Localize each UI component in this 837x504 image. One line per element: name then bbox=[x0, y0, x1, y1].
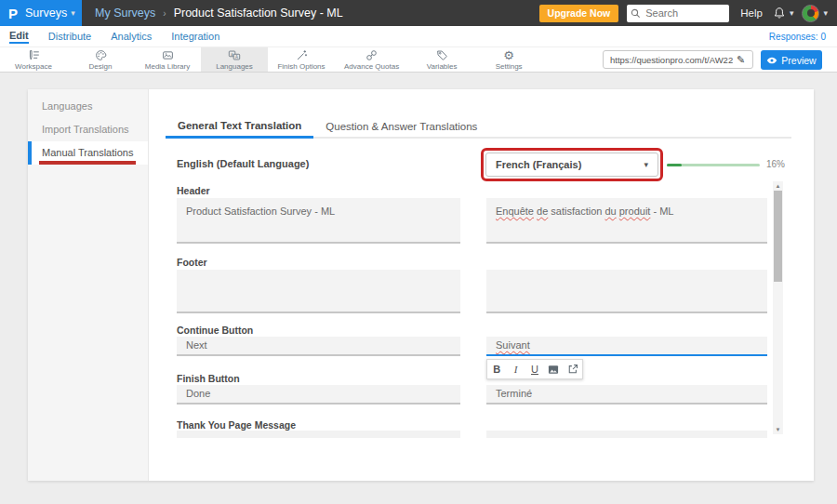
external-link-icon bbox=[567, 364, 578, 375]
breadcrumb-separator-icon: › bbox=[163, 8, 166, 19]
toolbar-item-languages[interactable]: aA Languages bbox=[201, 47, 268, 72]
design-palette-icon bbox=[95, 49, 107, 61]
nav-tab-distribute[interactable]: Distribute bbox=[48, 31, 91, 42]
topbar-actions: Upgrade Now Help ▾ ▾ bbox=[539, 5, 837, 22]
preview-button[interactable]: Preview bbox=[761, 50, 822, 70]
media-library-icon bbox=[162, 49, 174, 61]
nav-tab-integration[interactable]: Integration bbox=[171, 31, 219, 42]
surveys-menu-label: Surveys bbox=[25, 7, 67, 20]
footer-french-textarea[interactable] bbox=[486, 270, 767, 313]
fields-scrollbar[interactable]: ▲ ▼ bbox=[773, 181, 783, 434]
nav-tab-analytics[interactable]: Analytics bbox=[111, 31, 152, 42]
rich-text-toolbar: B I U bbox=[486, 359, 583, 379]
italic-button[interactable]: I bbox=[508, 361, 525, 378]
breadcrumb-survey-title: Product Satisfaction Survey - ML bbox=[174, 7, 343, 20]
chain-links-icon bbox=[365, 49, 378, 61]
header-english-textarea[interactable]: Product Satisfaction Survey - ML bbox=[177, 198, 460, 244]
translations-sidebar: Languages Import Translations Manual Tra… bbox=[28, 89, 149, 481]
edit-url-pencil-icon[interactable]: ✎ bbox=[737, 54, 745, 66]
responses-count[interactable]: Responses: 0 bbox=[769, 32, 826, 42]
field-label-header: Header bbox=[177, 185, 210, 196]
global-search-box[interactable] bbox=[627, 5, 729, 22]
header-french-textarea[interactable]: Enquête de satisfaction du produit - ML bbox=[486, 198, 767, 244]
toolbar-item-media-library[interactable]: Media Library bbox=[134, 47, 201, 72]
survey-nav: Edit Distribute Analytics Integration Re… bbox=[0, 26, 837, 46]
default-language-label: English (Default Language) bbox=[177, 158, 309, 169]
toolbar-item-finish-options[interactable]: Finish Options bbox=[268, 47, 335, 72]
tab-question-answer-translations[interactable]: Question & Answer Translations bbox=[313, 115, 489, 137]
continue-french-input[interactable]: Suivant bbox=[486, 337, 767, 356]
field-label-footer: Footer bbox=[177, 257, 207, 268]
dropdown-caret-icon: ▾ bbox=[644, 160, 648, 169]
sidebar-item-languages[interactable]: Languages bbox=[28, 95, 148, 118]
finish-english-input[interactable]: Done bbox=[177, 385, 460, 405]
eye-icon bbox=[766, 57, 777, 64]
scrollbar-thumb[interactable] bbox=[774, 191, 782, 282]
thankyou-french-textarea[interactable] bbox=[486, 431, 767, 438]
field-label-continue-button: Continue Button bbox=[177, 325, 253, 336]
red-annotation-underline bbox=[39, 161, 136, 165]
image-icon bbox=[548, 365, 559, 375]
languages-translate-icon: aA bbox=[228, 49, 241, 61]
breadcrumb: My Surveys › Product Satisfaction Survey… bbox=[95, 7, 343, 20]
survey-url-box: ✎ bbox=[603, 50, 753, 69]
sidebar-item-manual-translations[interactable]: Manual Translations bbox=[28, 141, 148, 165]
upgrade-now-button[interactable]: Upgrade Now bbox=[539, 5, 619, 22]
search-icon bbox=[631, 8, 641, 19]
progress-fill bbox=[667, 164, 682, 166]
tag-icon bbox=[436, 49, 448, 61]
underline-button[interactable]: U bbox=[526, 361, 543, 378]
tab-general-text-translation[interactable]: General Text Translation bbox=[166, 115, 313, 139]
magic-wand-icon bbox=[296, 49, 308, 61]
workspace-icon bbox=[28, 49, 40, 61]
notifications-bell-icon[interactable] bbox=[773, 7, 786, 20]
chevron-down-icon[interactable]: ▾ bbox=[790, 8, 794, 18]
field-label-thank-you: Thank You Page Message bbox=[177, 419, 296, 431]
insert-link-button[interactable] bbox=[565, 361, 581, 378]
chevron-down-icon[interactable]: ▾ bbox=[823, 8, 828, 18]
finish-french-input[interactable]: Terminé bbox=[486, 385, 767, 405]
translation-tabs: General Text Translation Question & Answ… bbox=[166, 115, 791, 139]
topbar: P Surveys ▾ My Surveys › Product Satisfa… bbox=[0, 0, 837, 26]
translations-panel: Languages Import Translations Manual Tra… bbox=[28, 89, 814, 481]
svg-text:A: A bbox=[235, 55, 238, 60]
toolbar-item-settings[interactable]: ⚙ Settings bbox=[475, 47, 542, 72]
breadcrumb-my-surveys[interactable]: My Surveys bbox=[95, 7, 155, 20]
continue-english-input[interactable]: Next bbox=[177, 337, 460, 356]
survey-url-input[interactable] bbox=[604, 55, 737, 65]
toolbar-item-workspace[interactable]: Workspace bbox=[0, 47, 67, 72]
toolbar-item-advance-quotas[interactable]: Advance Quotas bbox=[335, 47, 408, 72]
edit-toolbar: Workspace Design Media Library aA Langua… bbox=[0, 46, 837, 73]
scroll-up-arrow-icon[interactable]: ▲ bbox=[773, 181, 783, 191]
avatar[interactable] bbox=[802, 5, 819, 22]
toolbar-item-variables[interactable]: Variables bbox=[408, 47, 475, 72]
nav-tab-edit[interactable]: Edit bbox=[9, 30, 29, 44]
insert-image-button[interactable] bbox=[545, 361, 562, 378]
sidebar-item-import-translations[interactable]: Import Translations bbox=[28, 118, 148, 141]
scroll-down-arrow-icon[interactable]: ▼ bbox=[773, 425, 783, 434]
target-language-dropdown[interactable]: French (Français) ▾ bbox=[485, 153, 658, 177]
progress-percent: 16% bbox=[766, 159, 785, 169]
footer-english-textarea[interactable] bbox=[177, 270, 460, 313]
translation-progress-bar bbox=[667, 164, 760, 166]
field-label-finish-button: Finish Button bbox=[177, 373, 240, 384]
surveys-app-menu[interactable]: P Surveys ▾ bbox=[0, 0, 82, 26]
thankyou-english-textarea[interactable] bbox=[177, 431, 460, 438]
toolbar-item-design[interactable]: Design bbox=[67, 47, 134, 72]
bold-button[interactable]: B bbox=[488, 361, 505, 378]
chevron-down-icon: ▾ bbox=[71, 8, 75, 18]
questionpro-logo: P bbox=[8, 6, 18, 21]
search-input[interactable] bbox=[644, 7, 722, 20]
help-link[interactable]: Help bbox=[740, 7, 763, 19]
gear-icon: ⚙ bbox=[503, 49, 514, 61]
